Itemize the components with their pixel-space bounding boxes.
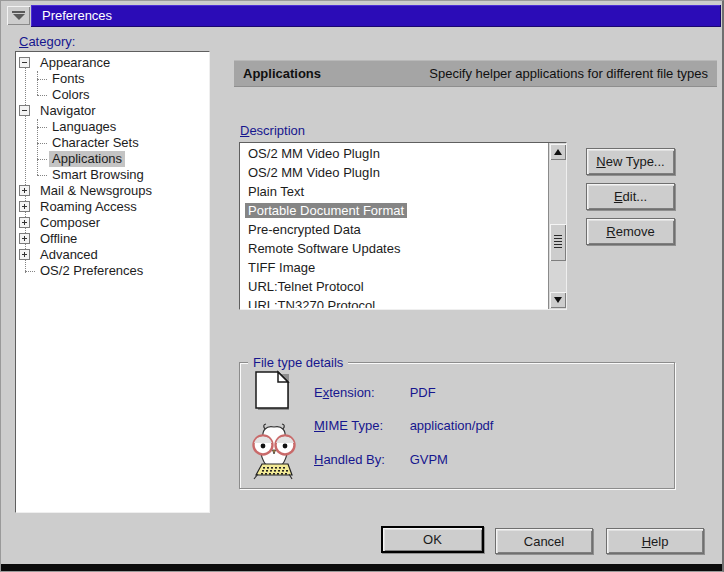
tree-item-advanced[interactable]: Advanced <box>16 247 209 263</box>
description-label: Description <box>240 123 305 138</box>
owl-helper-icon <box>248 423 300 485</box>
tree-item-character-sets[interactable]: Character Sets <box>16 135 209 151</box>
listbox-item[interactable]: Pre-encrypted Data <box>241 220 547 239</box>
file-type-details-group: File type details <box>239 362 675 489</box>
tree-item-smart-browsing[interactable]: Smart Browsing <box>16 167 209 183</box>
section-subtitle: Specify helper applications for differen… <box>429 66 708 81</box>
system-menu-icon[interactable] <box>7 6 30 25</box>
preferences-dialog: Preferences Category: AppearanceFontsCol… <box>0 0 724 572</box>
extension-label: Extension: <box>314 385 406 400</box>
down-arrow-icon <box>554 297 562 303</box>
tree-item-fonts[interactable]: Fonts <box>16 71 209 87</box>
expand-icon[interactable] <box>19 249 30 260</box>
listbox-item[interactable]: OS/2 MM Video PlugIn <box>241 163 547 182</box>
thumb-grip-icon <box>554 235 562 249</box>
category-tree[interactable]: AppearanceFontsColorsNavigatorLanguagesC… <box>15 51 210 513</box>
mime-type-label: MIME Type: <box>314 418 406 433</box>
title-bar[interactable]: Preferences <box>31 5 721 27</box>
help-button[interactable]: Help <box>606 528 704 554</box>
window-title: Preferences <box>42 8 112 23</box>
tree-item-navigator[interactable]: Navigator <box>16 103 209 119</box>
tree-item-colors[interactable]: Colors <box>16 87 209 103</box>
listbox-item[interactable]: URL:Telnet Protocol <box>241 277 547 296</box>
group-legend: File type details <box>248 355 348 370</box>
tree-item-roaming-access[interactable]: Roaming Access <box>16 199 209 215</box>
file-types-listbox[interactable]: OS/2 MM Video PlugInOS/2 MM Video PlugIn… <box>239 142 567 310</box>
tree-item-mail-newsgroups[interactable]: Mail & Newsgroups <box>16 183 209 199</box>
window-bottom-edge <box>1 564 722 571</box>
mime-type-row: MIME Type: application/pdf <box>314 418 493 433</box>
document-icon <box>254 370 292 416</box>
tree-item-appearance[interactable]: Appearance <box>16 55 209 71</box>
section-title: Applications <box>243 66 321 81</box>
scroll-down-button[interactable] <box>550 292 566 308</box>
collapse-icon[interactable] <box>19 57 30 68</box>
expand-icon[interactable] <box>19 217 30 228</box>
tree-item-offline[interactable]: Offline <box>16 231 209 247</box>
handled-by-value: GVPM <box>410 452 448 467</box>
handled-by-row: Handled By: GVPM <box>314 452 448 467</box>
extension-value: PDF <box>410 385 436 400</box>
scroll-up-button[interactable] <box>550 144 566 160</box>
listbox-scrollbar[interactable] <box>548 143 566 309</box>
extension-row: Extension: PDF <box>314 385 436 400</box>
handled-by-label: Handled By: <box>314 452 406 467</box>
remove-button[interactable]: Remove <box>586 218 675 245</box>
listbox-item[interactable]: Remote Software Updates <box>241 239 547 258</box>
listbox-item[interactable]: Plain Text <box>241 182 547 201</box>
listbox-item[interactable]: TIFF Image <box>241 258 547 277</box>
expand-icon[interactable] <box>19 185 30 196</box>
ok-button[interactable]: OK <box>381 526 484 553</box>
tree-item-languages[interactable]: Languages <box>16 119 209 135</box>
collapse-icon[interactable] <box>19 105 30 116</box>
up-arrow-icon <box>554 149 562 155</box>
scrollbar-thumb[interactable] <box>550 224 566 261</box>
expand-icon[interactable] <box>19 233 30 244</box>
tree-item-applications[interactable]: Applications <box>16 151 209 167</box>
tree-item-os-2-preferences[interactable]: OS/2 Preferences <box>16 263 209 279</box>
edit-button[interactable]: Edit... <box>586 183 675 210</box>
section-header: Applications Specify helper applications… <box>234 60 717 87</box>
tree-item-composer[interactable]: Composer <box>16 215 209 231</box>
listbox-item[interactable]: URL:TN3270 Protocol <box>241 296 547 308</box>
cancel-button[interactable]: Cancel <box>495 528 593 554</box>
new-type-button[interactable]: New Type... <box>586 148 675 175</box>
category-label: Category: <box>19 34 75 49</box>
listbox-item[interactable]: Portable Document Format <box>241 201 547 220</box>
mime-type-value: application/pdf <box>410 418 494 433</box>
expand-icon[interactable] <box>19 201 30 212</box>
listbox-item[interactable]: OS/2 MM Video PlugIn <box>241 144 547 163</box>
